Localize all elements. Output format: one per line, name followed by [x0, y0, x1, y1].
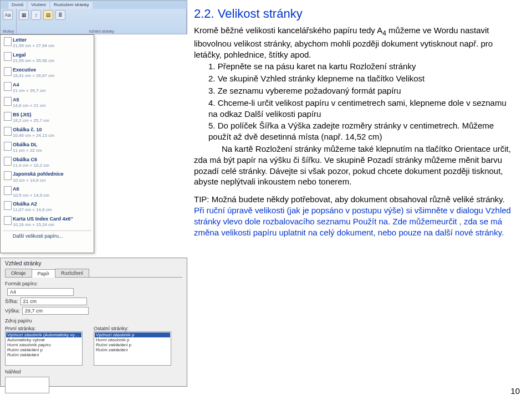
size-option[interactable]: B5 (JIS)18,2 cm × 25,7 cm	[3, 111, 91, 124]
size-option[interactable]: Obálka č. 1010,48 cm × 24,13 cm	[3, 126, 91, 139]
other-pages-list[interactable]: Výchozí zásobník p Horní zásobník p Ručn…	[94, 331, 171, 366]
size-option[interactable]: A421 cm × 29,7 cm	[3, 81, 91, 94]
ribbon-tab[interactable]: Rozložení stránky	[50, 2, 93, 9]
step-5: 5. Do políček Šířka a Výška zadejte rozm…	[194, 120, 515, 142]
dialog-tab-layout[interactable]: Rozložení	[55, 269, 89, 277]
size-option[interactable]: Executive18,41 cm × 26,67 cm	[3, 66, 91, 79]
size-option[interactable]: Obálka DL11 cm × 22 cm	[3, 141, 91, 154]
group-label: Motivy	[3, 29, 14, 33]
width-input[interactable]: 21 cm	[21, 298, 87, 305]
columns-icon[interactable]: ≣	[55, 10, 65, 20]
size-icon[interactable]: ▤	[43, 10, 53, 20]
dialog-title: Vzhled stránky	[5, 260, 182, 266]
dialog-tab-paper[interactable]: Papír	[32, 269, 56, 278]
intro-paragraph: Kromě běžné velikosti kancelářského papí…	[194, 25, 515, 60]
size-option[interactable]: Letter21,59 cm × 27,94 cm	[3, 37, 91, 49]
step-2: 2. Ve skupině Vzhled stránky klepneme na…	[194, 73, 515, 84]
first-page-label: První stránka:	[5, 326, 83, 331]
preview-box	[5, 377, 49, 393]
size-option[interactable]: Obálka A211,07 cm × 14,6 cm	[3, 201, 91, 213]
height-label: Výška:	[5, 308, 20, 314]
page-setup-dialog: Vzhled stránky Okraje Papír Rozložení Fo…	[0, 258, 187, 387]
page-number: 10	[510, 386, 520, 396]
other-pages-label: Ostatní stránky:	[94, 326, 171, 331]
themes-icon[interactable]: Aa	[3, 10, 13, 20]
tip-paragraph: TIP: Možná budete někdy potřebovat, aby …	[194, 194, 515, 238]
step-3: 3. Ze seznamu vybereme požadovaný formát…	[194, 85, 515, 96]
section-heading: 2.2. Velikost stránky	[194, 6, 515, 22]
size-option[interactable]: Obálka C611,4 cm × 16,2 cm	[3, 156, 91, 169]
ribbon-screenshot: Domů Vložení Rozložení stránky Aa Motivy…	[0, 0, 187, 34]
format-select[interactable]: A4	[7, 288, 74, 296]
size-option[interactable]: A514,8 cm × 21 cm	[3, 96, 91, 109]
more-sizes-link[interactable]: Další velikosti papíru...	[3, 230, 91, 239]
size-option[interactable]: Karta US Index Card 4x6"10,16 cm × 15,24…	[3, 216, 91, 228]
format-label: Formát papíru:	[5, 281, 38, 286]
orientation-icon[interactable]: ↕	[31, 10, 41, 20]
paragraph-2: Na kartě Rozložení stránky můžeme také k…	[194, 143, 515, 187]
first-page-list[interactable]: Výchozí zásobník (Automaticky vybrat) Au…	[5, 331, 83, 366]
step-4: 4. Chceme-li určit velikost papíru v cen…	[194, 98, 515, 120]
size-option[interactable]: Japonská pohlednice10 cm × 14,8 cm	[3, 171, 91, 183]
size-option[interactable]: A610,5 cm × 14,8 cm	[3, 186, 91, 198]
dialog-tab-margins[interactable]: Okraje	[5, 269, 32, 277]
source-label: Zdroj papíru	[5, 318, 32, 324]
group-label: Vzhled stránky	[19, 29, 184, 33]
height-input[interactable]: 29,7 cm	[22, 307, 89, 315]
preview-label: Náhled	[5, 369, 21, 375]
margins-icon[interactable]: ▦	[19, 10, 29, 20]
size-option[interactable]: Legal21,59 cm × 35,56 cm	[3, 52, 91, 64]
ribbon-tab[interactable]: Vložení	[28, 2, 49, 9]
width-label: Šířka:	[5, 299, 18, 304]
ribbon-tab[interactable]: Domů	[8, 2, 27, 9]
step-1: 1. Přepněte se na pásu karet na kartu Ro…	[194, 61, 515, 72]
size-dropdown: Letter21,59 cm × 27,94 cm Legal21,59 cm …	[0, 34, 94, 253]
